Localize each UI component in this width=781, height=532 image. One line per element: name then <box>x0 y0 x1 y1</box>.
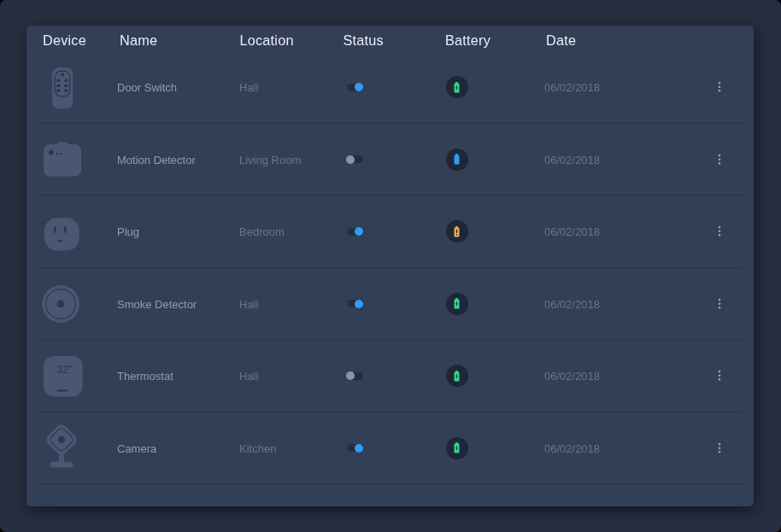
svg-text:32: 32 <box>56 364 68 376</box>
